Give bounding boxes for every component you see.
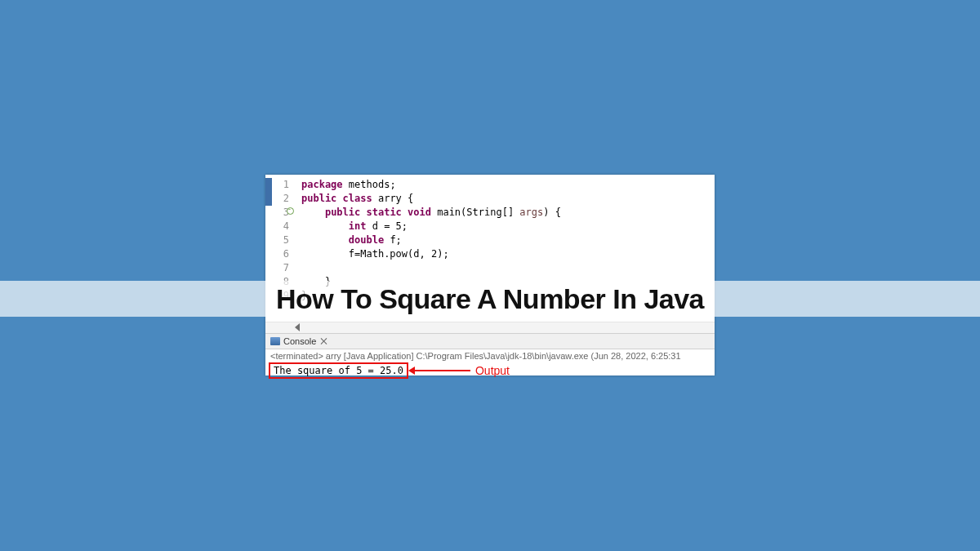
console-output-text: The square of 5 = 25.0 bbox=[269, 362, 408, 379]
arg: args bbox=[519, 207, 543, 218]
keyword: package bbox=[301, 179, 343, 190]
console-tab-label[interactable]: Console bbox=[283, 336, 316, 346]
page-title: How To Square A Number In Java bbox=[276, 283, 704, 315]
line-number: 4 bbox=[265, 220, 296, 233]
code: f=Math.pow(d, 2); bbox=[301, 248, 449, 260]
code: arry { bbox=[372, 193, 414, 204]
keyword: static bbox=[360, 207, 402, 218]
code: main(String[] bbox=[431, 207, 519, 218]
title-overlay: How To Square A Number In Java bbox=[0, 281, 980, 317]
code: ) { bbox=[543, 207, 561, 218]
code bbox=[301, 234, 349, 246]
close-icon[interactable] bbox=[319, 336, 329, 346]
console-icon bbox=[270, 337, 280, 345]
gutter-change-marker bbox=[265, 178, 272, 206]
keyword: class bbox=[336, 193, 372, 204]
method-fold-icon[interactable] bbox=[287, 207, 294, 215]
ide-panel: 1 2 3 4 5 6 7 8 9 package methods; publi… bbox=[265, 175, 715, 375]
scroll-left-icon[interactable] bbox=[295, 323, 300, 331]
keyword: void bbox=[402, 207, 431, 218]
code bbox=[301, 220, 349, 232]
line-number: 5 bbox=[265, 233, 296, 247]
keyword: double bbox=[349, 234, 384, 246]
code: d = 5; bbox=[366, 220, 408, 232]
console-process-info: <terminated> arry [Java Application] C:\… bbox=[265, 349, 715, 362]
keyword: public bbox=[325, 207, 360, 218]
console-output-row: The square of 5 = 25.0 Output bbox=[265, 362, 715, 382]
console-tab-bar: Console bbox=[265, 333, 715, 349]
code: methods; bbox=[343, 179, 396, 190]
line-number: 7 bbox=[265, 261, 296, 275]
keyword: int bbox=[349, 220, 367, 232]
annotation-label: Output bbox=[475, 364, 510, 377]
horizontal-scrollbar[interactable] bbox=[265, 322, 715, 333]
keyword: public bbox=[301, 193, 336, 204]
code: f; bbox=[384, 234, 402, 246]
annotation-arrow-icon bbox=[413, 370, 470, 371]
line-number: 6 bbox=[265, 247, 296, 261]
code bbox=[301, 207, 325, 218]
